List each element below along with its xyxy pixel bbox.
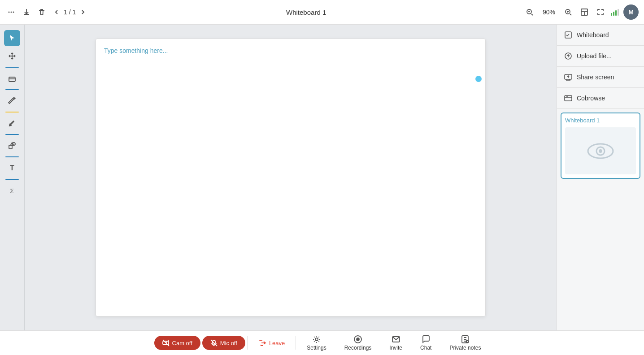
zoom-level: 90% — [540, 9, 558, 16]
svg-rect-6 — [9, 77, 15, 82]
fullscreen-button[interactable] — [595, 6, 606, 18]
layout-button[interactable] — [579, 6, 590, 18]
upload-file-menu-label: Upload file... — [577, 52, 612, 60]
toolbar-divider-6 — [5, 179, 19, 180]
chat-label: Chat — [420, 345, 431, 351]
cam-off-button[interactable]: Cam off — [154, 336, 200, 350]
leave-button[interactable]: Leave — [249, 336, 294, 350]
svg-point-1 — [11, 12, 12, 13]
toolbar-divider-4 — [5, 134, 19, 135]
invite-button[interactable]: Invite — [380, 332, 411, 354]
settings-icon — [312, 335, 321, 344]
toolbar-divider-3 — [5, 112, 19, 113]
canvas-area[interactable]: Type something here... — [25, 25, 557, 330]
settings-label: Settings — [307, 345, 326, 351]
right-panel: Whiteboard Upload file... Share screen C… — [557, 25, 644, 330]
page-navigation: 1 / 1 — [51, 7, 88, 17]
invite-icon — [392, 335, 400, 344]
recordings-icon — [353, 335, 362, 344]
prev-page-button[interactable] — [51, 7, 62, 17]
cobrowse-menu-item[interactable]: Cobrowse — [557, 88, 644, 109]
upload-icon — [564, 52, 572, 60]
whiteboard-thumbnail-section: Whiteboard 1 — [557, 109, 644, 182]
select-tool-button[interactable] — [4, 30, 20, 46]
recordings-label: Recordings — [344, 345, 372, 351]
svg-rect-12 — [565, 95, 572, 101]
toolbar-divider-2 — [5, 89, 19, 90]
settings-button[interactable]: Settings — [298, 332, 335, 354]
whiteboard-title: Whiteboard 1 — [92, 9, 520, 16]
shapes-tool-button[interactable] — [4, 138, 20, 154]
invite-label: Invite — [389, 345, 402, 351]
top-bar: 1 / 1 Whiteboard 1 90% M — [0, 0, 644, 25]
private-notes-icon — [461, 335, 470, 344]
eye-icon — [587, 142, 614, 160]
svg-rect-7 — [9, 145, 12, 149]
private-notes-label: Private notes — [449, 345, 481, 351]
zoom-in-button[interactable] — [562, 6, 574, 18]
canvas-placeholder: Type something here... — [104, 47, 168, 54]
mic-off-button[interactable]: Mic off — [202, 336, 245, 350]
svg-point-8 — [13, 143, 15, 145]
cobrowse-icon — [564, 94, 572, 102]
delete-button[interactable] — [36, 6, 48, 18]
svg-point-20 — [357, 338, 359, 341]
whiteboard-menu-item[interactable]: Whiteboard — [557, 25, 644, 46]
mic-off-label: Mic off — [220, 340, 237, 346]
eraser-tool-button[interactable] — [4, 70, 20, 87]
cam-off-label: Cam off — [172, 340, 192, 346]
whiteboard-thumb-title: Whiteboard 1 — [565, 117, 636, 124]
more-menu-button[interactable] — [5, 6, 17, 18]
whiteboard-menu-label: Whiteboard — [577, 31, 609, 39]
next-page-button[interactable] — [78, 7, 88, 17]
signal-strength-icon — [611, 9, 619, 16]
mic-off-icon — [210, 339, 218, 346]
chat-button[interactable]: Chat — [411, 332, 440, 354]
text-tool-button[interactable]: T — [4, 160, 20, 176]
recordings-button[interactable]: Recordings — [335, 332, 381, 354]
highlight-tool-button[interactable] — [4, 115, 20, 131]
text-tool-icon: T — [10, 164, 14, 172]
leave-label: Leave — [269, 340, 285, 346]
whiteboard-thumb-card[interactable]: Whiteboard 1 — [561, 113, 640, 179]
user-avatar-button[interactable]: M — [623, 4, 639, 20]
share-screen-menu-item[interactable]: Share screen — [557, 67, 644, 88]
whiteboard-menu-icon — [564, 31, 572, 39]
leave-icon — [258, 339, 266, 347]
toolbar-divider-1 — [5, 67, 19, 68]
cursor-indicator — [475, 76, 482, 82]
share-screen-icon — [564, 73, 572, 81]
private-notes-button[interactable]: Private notes — [440, 332, 490, 354]
pen-tool-button[interactable] — [4, 93, 20, 109]
svg-point-18 — [315, 338, 318, 341]
page-indicator: 1 / 1 — [64, 9, 76, 16]
chat-icon — [422, 335, 431, 344]
top-bar-right: 90% M — [524, 4, 639, 20]
main-area: T Σ Type something here... Whiteboard Up… — [0, 25, 644, 330]
move-tool-button[interactable] — [4, 48, 20, 64]
cam-off-icon — [162, 339, 170, 346]
separator-1 — [247, 336, 248, 350]
svg-point-2 — [13, 12, 14, 13]
cobrowse-menu-label: Cobrowse — [577, 95, 605, 102]
svg-rect-17 — [213, 340, 215, 344]
formula-tool-button[interactable]: Σ — [4, 182, 20, 199]
zoom-out-button[interactable] — [524, 6, 535, 18]
whiteboard-thumb-preview — [565, 127, 636, 174]
left-toolbar: T Σ — [0, 25, 25, 330]
share-screen-menu-label: Share screen — [577, 74, 614, 81]
top-bar-left: 1 / 1 — [5, 6, 88, 18]
svg-point-0 — [9, 12, 10, 13]
upload-file-menu-item[interactable]: Upload file... — [557, 46, 644, 67]
download-button[interactable] — [21, 6, 32, 18]
svg-point-15 — [599, 149, 602, 153]
formula-tool-icon: Σ — [10, 187, 14, 195]
toolbar-divider-5 — [5, 156, 19, 157]
bottom-bar: Cam off Mic off Leave Settings Recording… — [0, 330, 644, 355]
separator-2 — [296, 336, 296, 350]
whiteboard-canvas[interactable]: Type something here... — [96, 39, 486, 316]
